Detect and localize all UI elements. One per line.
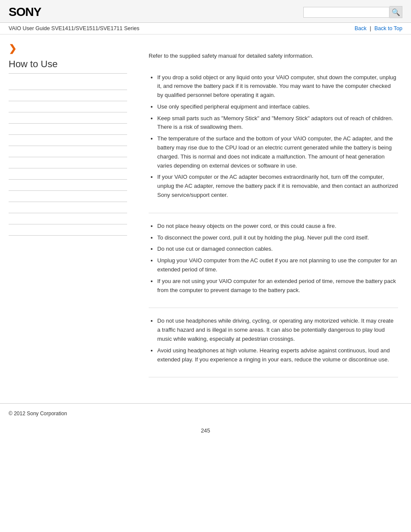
page-footer: © 2012 Sony Corporation [0, 403, 411, 423]
search-button[interactable]: 🔍 [389, 6, 402, 18]
nav-links: Back | Back to Top [355, 25, 402, 31]
content-section-2: Do not place heavy objects on the power … [149, 222, 398, 295]
section3-list: Do not use headphones while driving, cyc… [149, 317, 398, 364]
sidebar-line [9, 191, 127, 202]
main-content: ❯ How to Use Refer to the supplied safet… [0, 34, 411, 395]
sidebar-line [9, 79, 127, 90]
guide-title: VAIO User Guide SVE1411/SVE1511/SVE1711 … [9, 25, 139, 31]
sidebar-line [9, 90, 127, 101]
back-link[interactable]: Back [355, 25, 367, 31]
sidebar-line [9, 124, 127, 135]
sidebar-line [9, 213, 127, 224]
section-divider [149, 213, 398, 213]
list-item: Do not use cut or damaged connection cab… [157, 245, 398, 254]
nav-bar: VAIO User Guide SVE1411/SVE1511/SVE1711 … [0, 23, 411, 34]
section1-list: If you drop a solid object or any liquid… [149, 73, 398, 200]
list-item: Keep small parts such as "Memory Stick" … [157, 114, 398, 132]
nav-separator: | [370, 25, 371, 31]
sidebar-line [9, 112, 127, 124]
back-to-top-link[interactable]: Back to Top [374, 25, 402, 31]
list-item: If you drop a solid object or any liquid… [157, 73, 398, 100]
sony-logo: SONY [9, 5, 41, 19]
search-area: 🔍 [303, 6, 402, 18]
list-item: Avoid using headphones at high volume. H… [157, 346, 398, 364]
content-section-3: Do not use headphones while driving, cyc… [149, 317, 398, 364]
content-section-1: If you drop a solid object or any liquid… [149, 73, 398, 200]
section-divider [149, 308, 398, 308]
sidebar-line [9, 135, 127, 146]
search-input[interactable] [303, 7, 389, 18]
page-number: 245 [0, 423, 411, 442]
sidebar-lines [9, 79, 127, 236]
intro-text: Refer to the supplied safety manual for … [149, 52, 398, 60]
sidebar-line [9, 157, 127, 168]
copyright-text: © 2012 Sony Corporation [9, 411, 67, 417]
page-header: SONY 🔍 [0, 0, 411, 23]
sidebar-line [9, 101, 127, 112]
list-item: Unplug your VAIO computer from the AC ou… [157, 256, 398, 274]
chevron-icon: ❯ [9, 43, 127, 54]
content-area: Refer to the supplied safety manual for … [136, 34, 411, 395]
list-item: Use only specified peripheral equipment … [157, 103, 398, 112]
sidebar-line [9, 168, 127, 180]
list-item: If your VAIO computer or the AC adapter … [157, 173, 398, 199]
sidebar: ❯ How to Use [0, 34, 136, 395]
list-item: Do not place heavy objects on the power … [157, 222, 398, 231]
sidebar-line [9, 202, 127, 213]
sidebar-line [9, 146, 127, 157]
sidebar-line [9, 180, 127, 191]
list-item: If you are not using your VAIO computer … [157, 277, 398, 295]
bottom-divider [149, 377, 398, 377]
search-icon: 🔍 [392, 8, 400, 16]
list-item: To disconnect the power cord, pull it ou… [157, 233, 398, 243]
section-title: How to Use [9, 59, 127, 74]
list-item: Do not use headphones while driving, cyc… [157, 317, 398, 343]
list-item: The temperature of the surface and the b… [157, 134, 398, 170]
sidebar-line [9, 224, 127, 236]
section2-list: Do not place heavy objects on the power … [149, 222, 398, 295]
